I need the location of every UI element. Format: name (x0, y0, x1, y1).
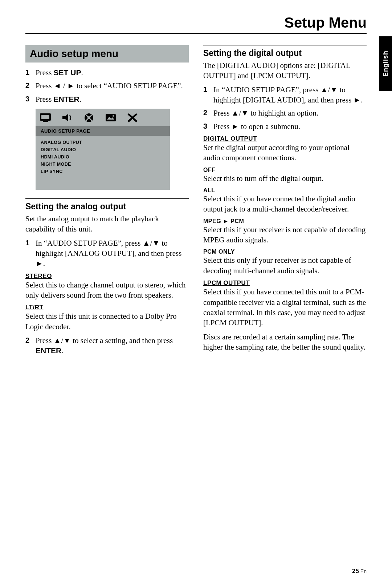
svg-rect-5 (106, 114, 116, 121)
t: to select “AUDIO SETUP PAGE”. (75, 81, 183, 90)
t: Press (36, 336, 54, 345)
key-enter: ENTER (36, 346, 61, 355)
t: to select a setting, and then press (71, 336, 173, 345)
steps-digital: In “AUDIO SETUP PAGE”, press ▲/▼ to high… (203, 85, 367, 132)
svg-rect-2 (43, 121, 48, 122)
t: PCM (229, 218, 244, 224)
right-column: Setting the digital output The [DIGITAL … (203, 45, 367, 359)
digital-step-3: Press ► to open a submenu. (203, 121, 367, 132)
close-icon (126, 112, 139, 123)
speaker-icon (61, 112, 73, 123)
t: . (81, 68, 83, 77)
steps-analog-2: Press ▲/▼ to select a setting, and then … (25, 335, 189, 356)
arrow-right-icon: ► (67, 81, 75, 90)
svg-rect-1 (41, 115, 49, 119)
option-lpcm-head: LPCM OUTPUT (203, 279, 367, 287)
divider (203, 45, 367, 45)
t: MPEG (203, 218, 223, 224)
t: . (79, 95, 81, 104)
option-all-text: Select this if you have connected the di… (203, 194, 367, 214)
step-1: Press SET UP. (25, 68, 189, 78)
osd-menu-list: ANALOG OUTPUT DIGITAL AUDIO HDMI AUDIO N… (36, 136, 170, 190)
tv-icon (39, 112, 52, 123)
arrow-up-icon: ▲ (232, 109, 239, 117)
t: Press (213, 122, 232, 131)
t: Press (213, 109, 232, 117)
arrow-left-icon: ◄ (54, 81, 61, 90)
arrow-down-icon: ▼ (241, 109, 249, 117)
steps-open-audio-setup: Press SET UP. Press ◄ / ► to select “AUD… (25, 68, 189, 104)
option-off-text: Select this to turn off the digital outp… (203, 173, 367, 184)
arrow-right-icon: ► (232, 122, 239, 130)
option-mpeg-text: Select this if your receiver is not capa… (203, 225, 367, 245)
digital-intro: The [DIGITAL AUDIO] options are: [DIGITA… (203, 60, 367, 81)
t: Press (36, 81, 54, 90)
t: In “AUDIO SETUP PAGE”, press (36, 239, 143, 247)
step-3: Press ENTER. (25, 94, 189, 104)
t: Press (36, 95, 54, 104)
content-columns: Audio setup menu Press SET UP. Press ◄ /… (25, 45, 367, 359)
option-digital-output-text: Set the digital output according to your… (203, 142, 367, 163)
t: . (361, 96, 363, 104)
subhead-digital: Setting the digital output (203, 48, 367, 58)
osd-preview: AUDIO SETUP PAGE ANALOG OUTPUT DIGITAL A… (36, 109, 170, 190)
digital-step-2: Press ▲/▼ to highlight an option. (203, 108, 367, 118)
option-ltrt-head: LT/RT (25, 304, 189, 311)
t: . (43, 259, 45, 268)
page-number: 25 (352, 568, 359, 575)
option-stereo-text: Select this to change channel output to … (25, 280, 189, 301)
analog-step-1: In “AUDIO SETUP PAGE”, press ▲/▼ to high… (25, 238, 189, 269)
page-lang-suffix: En (359, 568, 367, 574)
step-2: Press ◄ / ► to select “AUDIO SETUP PAGE”… (25, 81, 189, 91)
option-pcmonly-text: Select this only if your receiver is not… (203, 255, 367, 276)
option-off-head: OFF (203, 167, 367, 173)
left-column: Audio setup menu Press SET UP. Press ◄ /… (25, 45, 189, 359)
picture-icon (105, 112, 117, 123)
subhead-analog: Setting the analog output (25, 202, 189, 212)
steps-analog: In “AUDIO SETUP PAGE”, press ▲/▼ to high… (25, 238, 189, 269)
osd-item: HDMI AUDIO (41, 153, 165, 161)
option-digital-output-head: DIGITAL OUTPUT (203, 135, 367, 142)
t: Press (36, 68, 54, 77)
page-title: Setup Menu (25, 15, 367, 31)
arrow-up-icon: ▲ (143, 239, 150, 247)
disc-icon (83, 112, 95, 123)
t: / (61, 81, 67, 90)
t: In “AUDIO SETUP PAGE”, press (213, 85, 320, 94)
page: Setup Menu English Audio setup menu Pres… (0, 0, 392, 588)
osd-item: LIP SYNC (41, 168, 165, 175)
digital-step-1: In “AUDIO SETUP PAGE”, press ▲/▼ to high… (203, 85, 367, 105)
arrow-up-icon: ▲ (320, 85, 328, 94)
t: . (61, 346, 63, 355)
option-lpcm-text1: Select this if you have connected this u… (203, 287, 367, 328)
osd-icon-row (36, 109, 170, 126)
osd-item: DIGITAL AUDIO (41, 146, 165, 153)
key-enter: ENTER (54, 95, 79, 103)
arrow-up-icon: ▲ (54, 336, 61, 345)
osd-item: ANALOG OUTPUT (41, 139, 165, 146)
analog-step-2: Press ▲/▼ to select a setting, and then … (25, 335, 189, 356)
option-ltrt-text: Select this if this unit is connected to… (25, 311, 189, 332)
option-all-head: ALL (203, 187, 367, 194)
option-stereo-head: STEREO (25, 273, 189, 280)
page-header: Setup Menu (25, 15, 367, 34)
arrow-down-icon: ▼ (152, 239, 160, 247)
option-pcmonly-head: PCM ONLY (203, 249, 367, 255)
svg-point-6 (113, 115, 114, 117)
t: to open a submenu. (239, 122, 300, 131)
key-setup: SET UP (54, 68, 81, 77)
arrow-down-icon: ▼ (63, 336, 71, 345)
arrow-right-icon: ► (36, 259, 43, 267)
arrow-right-icon: ► (353, 96, 361, 104)
arrow-right-icon: ► (223, 218, 229, 224)
t: to highlight an option. (249, 109, 318, 117)
section-title-audio-setup: Audio setup menu (25, 45, 189, 63)
arrow-down-icon: ▼ (330, 85, 338, 94)
option-lpcm-text2: Discs are recorded at a certain sampling… (203, 332, 367, 353)
osd-page-title: AUDIO SETUP PAGE (36, 126, 170, 136)
analog-intro: Set the analog output to match the playb… (25, 214, 189, 234)
page-footer: 25 En (352, 568, 367, 575)
option-mpeg-head: MPEG ► PCM (203, 218, 367, 225)
language-tab-label: English (382, 51, 389, 77)
divider (25, 198, 189, 199)
